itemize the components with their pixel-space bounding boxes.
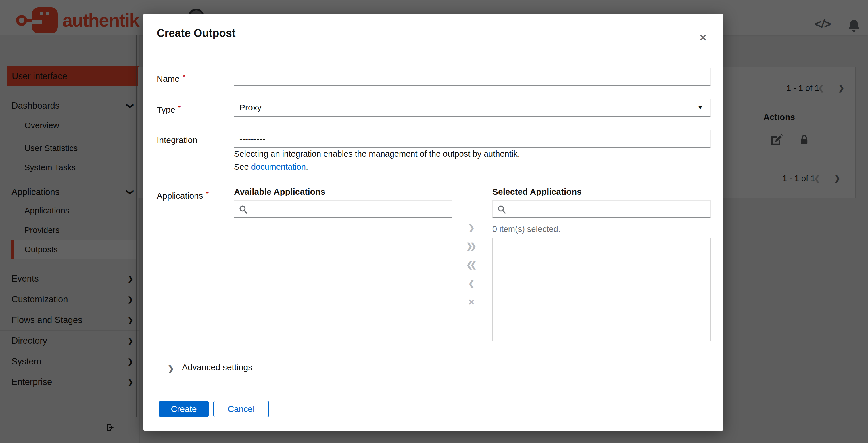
name-label: Name* [157, 73, 185, 84]
type-select-value: Proxy [240, 103, 261, 113]
selected-applications-listbox[interactable] [492, 238, 711, 341]
transfer-remove-icon[interactable]: ❮ [462, 277, 481, 290]
transfer-add-all-icon[interactable]: ❯❯ [462, 240, 481, 253]
transfer-add-icon[interactable]: ❯ [462, 222, 481, 234]
name-field[interactable] [234, 68, 711, 86]
available-applications-title: Available Applications [234, 187, 326, 197]
applications-label: Applications* [157, 190, 209, 201]
integration-label: Integration [157, 135, 197, 145]
search-icon [497, 205, 506, 214]
available-search-input[interactable] [251, 201, 450, 218]
selected-search [492, 200, 711, 218]
type-label: Type* [157, 104, 181, 115]
required-asterisk: * [183, 73, 185, 81]
available-search [234, 200, 452, 218]
caret-down-icon: ▼ [697, 105, 703, 111]
integration-doc-line: See documentation. [234, 162, 308, 172]
documentation-link[interactable]: documentation [251, 162, 306, 172]
type-select[interactable]: Proxy ▼ [234, 99, 711, 117]
app-screen: authentik </> User interface Dashboards … [0, 0, 868, 443]
required-asterisk: * [178, 104, 181, 112]
chevron-right-icon[interactable]: ❯ [167, 364, 174, 374]
integration-select-value: --------- [240, 134, 265, 144]
integration-help-text: Selecting an integration enables the man… [234, 149, 520, 159]
advanced-settings-toggle[interactable]: Advanced settings [182, 362, 252, 372]
selected-applications-title: Selected Applications [492, 187, 582, 197]
integration-select[interactable]: --------- [234, 130, 711, 148]
transfer-clear-icon[interactable]: ✕ [462, 296, 481, 309]
create-outpost-modal: Create Outpost ✕ Name* Type* Proxy ▼ Int… [144, 14, 723, 431]
search-icon [239, 205, 248, 214]
selected-count-label: 0 item(s) selected. [492, 225, 560, 234]
close-icon[interactable]: ✕ [697, 30, 709, 46]
cancel-button[interactable]: Cancel [213, 401, 269, 417]
modal-title: Create Outpost [157, 27, 236, 39]
available-applications-listbox[interactable] [234, 238, 452, 341]
required-asterisk: * [206, 190, 209, 198]
selected-search-input[interactable] [510, 201, 709, 218]
create-button[interactable]: Create [159, 401, 209, 417]
transfer-remove-all-icon[interactable]: ❮❮ [462, 259, 481, 271]
